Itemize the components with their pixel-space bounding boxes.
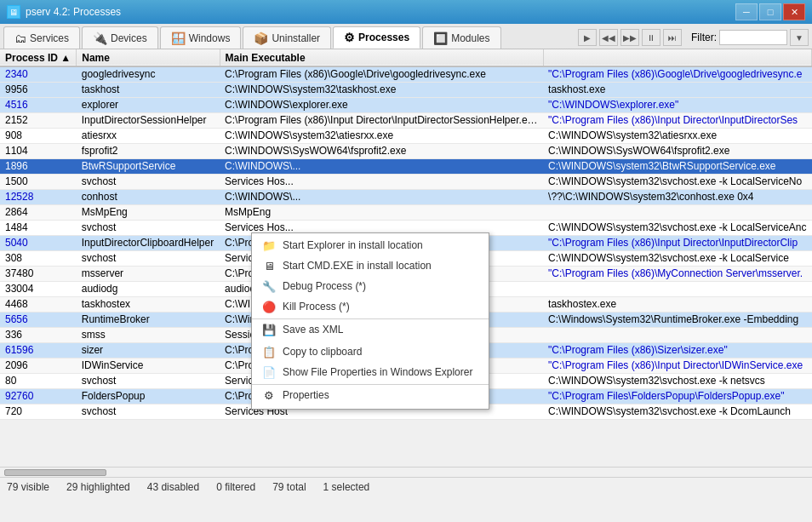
cm-properties[interactable]: ⚙ Properties bbox=[252, 384, 489, 405]
exe-link[interactable]: "C:\Program Files (x86)\Google\Drive\goo… bbox=[548, 68, 802, 80]
cell-extra: C:\WINDOWS\system32\svchost.exe -k DcomL… bbox=[543, 404, 811, 419]
minimize-button[interactable]: ─ bbox=[735, 3, 758, 20]
col-header-pid[interactable]: Process ID ▲ bbox=[0, 49, 77, 66]
table-row[interactable]: 4516explorerC:\WINDOWS\explorer.exe"C:\W… bbox=[0, 97, 812, 112]
windows-tab-icon: 🪟 bbox=[171, 32, 186, 45]
pid-link[interactable]: 92760 bbox=[5, 390, 33, 402]
cell-name: svchost bbox=[77, 404, 220, 419]
cm-show-props[interactable]: 📄 Show File Properties in Windows Explor… bbox=[252, 362, 489, 382]
cell-main-exe: MsMpEng bbox=[220, 204, 543, 220]
status-filtered: 0 filtered bbox=[216, 481, 255, 493]
cm-save-xml[interactable]: 💾 Save as XML bbox=[252, 318, 489, 340]
cm-kill[interactable]: 🔴 Kill Process (*) bbox=[252, 296, 489, 317]
forward-button[interactable]: ▶▶ bbox=[620, 29, 639, 46]
h-scroll-thumb[interactable] bbox=[4, 469, 106, 476]
table-row[interactable]: 908atiesrxxC:\WINDOWS\system32\atiesrxx.… bbox=[0, 128, 812, 143]
cell-name: svchost bbox=[77, 250, 220, 266]
window-controls: ─ □ ✕ bbox=[735, 3, 805, 20]
play-button[interactable]: ▶ bbox=[578, 29, 597, 46]
cell-pid: 92760 bbox=[0, 388, 77, 404]
cm-start-explorer-label: Start Explorer in install location bbox=[283, 239, 423, 251]
title-bar: 🖥 pserv 4.2: Processes ─ □ ✕ bbox=[0, 0, 812, 24]
tab-modules-label: Modules bbox=[451, 32, 489, 44]
table-row[interactable]: 2340googledrivesyncC:\Program Files (x86… bbox=[0, 66, 812, 82]
cm-debug-label: Debug Process (*) bbox=[283, 280, 366, 292]
cell-extra bbox=[543, 327, 811, 342]
table-row[interactable]: 1104fsprofit2C:\WINDOWS\SysWOW64\fsprofi… bbox=[0, 143, 812, 158]
table-row[interactable]: 9956taskhostC:\WINDOWS\system32\taskhost… bbox=[0, 82, 812, 97]
exe-link[interactable]: "C:\Program Files (x86)\Sizer\sizer.exe" bbox=[548, 344, 728, 356]
status-total: 79 total bbox=[272, 481, 306, 493]
exe-link[interactable]: "C:\WINDOWS\explorer.exe" bbox=[548, 99, 678, 111]
cell-name: googledrivesync bbox=[77, 66, 220, 82]
cell-extra bbox=[543, 204, 811, 220]
pid-link[interactable]: 2340 bbox=[5, 68, 28, 80]
pid-link[interactable]: 12528 bbox=[5, 191, 33, 203]
cm-start-explorer[interactable]: 📁 Start Explorer in install location bbox=[252, 235, 489, 255]
tab-processes[interactable]: ⚙ Processes bbox=[333, 26, 420, 49]
tab-uninstaller[interactable]: 📦 Uninstaller bbox=[243, 26, 331, 49]
cell-extra: taskhostex.exe bbox=[543, 296, 811, 312]
filter-options-button[interactable]: ▼ bbox=[790, 29, 809, 46]
cmd-icon: 🖥 bbox=[262, 259, 276, 272]
close-button[interactable]: ✕ bbox=[783, 3, 805, 20]
table-row[interactable]: 12528conhostC:\WINDOWS\...\??\C:\WINDOWS… bbox=[0, 189, 812, 204]
cell-pid: 12528 bbox=[0, 189, 77, 204]
table-row[interactable]: 1500svchostServices Hos...C:\WINDOWS\sys… bbox=[0, 174, 812, 189]
tab-bar: 🗂 Services 🔌 Devices 🪟 Windows 📦 Uninsta… bbox=[0, 24, 812, 49]
pause-button[interactable]: ⏸ bbox=[642, 29, 660, 46]
exe-link[interactable]: "C:\Program Files (x86)\Input Director\I… bbox=[548, 114, 798, 126]
exe-link[interactable]: "C:\Program Files (x86)\Input Director\I… bbox=[548, 359, 803, 371]
table-row[interactable]: 1896BtwRSupportServiceC:\WINDOWS\...C:\W… bbox=[0, 158, 812, 174]
table-row[interactable]: 2864MsMpEngMsMpEng bbox=[0, 204, 812, 220]
cell-extra: C:\Windows\System32\RuntimeBroker.exe -E… bbox=[543, 312, 811, 327]
cell-extra: C:\WINDOWS\system32\atiesrxx.exe bbox=[543, 128, 811, 143]
cell-pid: 80 bbox=[0, 373, 77, 388]
skip-button[interactable]: ⏭ bbox=[663, 29, 682, 46]
cell-main-exe: C:\WINDOWS\system32\atiesrxx.exe bbox=[220, 128, 543, 143]
pid-link[interactable]: 5040 bbox=[5, 237, 28, 249]
table-row[interactable]: 2152InputDirectorSessionHelperC:\Program… bbox=[0, 112, 812, 128]
col-header-name[interactable]: Name bbox=[77, 49, 220, 66]
pid-link[interactable]: 4516 bbox=[5, 99, 28, 111]
cm-start-cmd[interactable]: 🖥 Start CMD.EXE in install location bbox=[252, 255, 489, 276]
cell-pid: 33004 bbox=[0, 281, 77, 296]
exe-link[interactable]: "C:\Program Files (x86)\MyConnection Ser… bbox=[548, 267, 803, 279]
cell-extra: "C:\Program Files (x86)\Sizer\sizer.exe" bbox=[543, 342, 811, 358]
pid-link[interactable]: 61596 bbox=[5, 344, 33, 356]
filter-input[interactable] bbox=[719, 30, 787, 45]
cm-start-cmd-label: Start CMD.EXE in install location bbox=[283, 260, 432, 272]
cell-pid: 4468 bbox=[0, 296, 77, 312]
cell-extra: "C:\Program Files (x86)\Input Director\I… bbox=[543, 235, 811, 250]
tab-services-label: Services bbox=[30, 32, 69, 44]
cell-extra: C:\WINDOWS\system32\BtwRSupportService.e… bbox=[543, 158, 811, 174]
cell-pid: 908 bbox=[0, 128, 77, 143]
tab-devices[interactable]: 🔌 Devices bbox=[82, 26, 158, 49]
maximize-button[interactable]: □ bbox=[759, 3, 781, 20]
cm-copy[interactable]: 📋 Copy to clipboard bbox=[252, 341, 489, 362]
properties-icon: ⚙ bbox=[262, 388, 276, 402]
exe-link[interactable]: "C:\Program Files\FoldersPopup\FoldersPo… bbox=[548, 390, 784, 402]
cell-pid: 5656 bbox=[0, 312, 77, 327]
cell-pid: 2864 bbox=[0, 204, 77, 220]
cell-name: InputDirectorSessionHelper bbox=[77, 112, 220, 128]
save-xml-icon: 💾 bbox=[262, 323, 276, 336]
services-tab-icon: 🗂 bbox=[14, 32, 26, 45]
cm-debug[interactable]: 🔧 Debug Process (*) bbox=[252, 276, 489, 296]
cell-name: fsprofit2 bbox=[77, 143, 220, 158]
cell-pid: 4516 bbox=[0, 97, 77, 112]
horizontal-scrollbar[interactable] bbox=[0, 467, 812, 477]
col-header-extra[interactable] bbox=[543, 49, 811, 66]
tab-services[interactable]: 🗂 Services bbox=[3, 26, 80, 49]
status-disabled: 43 disabled bbox=[147, 481, 199, 493]
back-button[interactable]: ◀◀ bbox=[599, 29, 618, 46]
cell-name: smss bbox=[77, 327, 220, 342]
cell-main-exe: C:\WINDOWS\... bbox=[220, 158, 543, 174]
pid-link[interactable]: 5656 bbox=[5, 313, 28, 325]
tab-modules[interactable]: 🔲 Modules bbox=[422, 26, 500, 49]
col-header-main-exe[interactable]: Main Executable bbox=[220, 49, 543, 66]
exe-link[interactable]: "C:\Program Files (x86)\Input Director\I… bbox=[548, 237, 798, 249]
cell-pid: 1104 bbox=[0, 143, 77, 158]
tab-windows[interactable]: 🪟 Windows bbox=[160, 26, 242, 49]
cell-name: sizer bbox=[77, 342, 220, 358]
